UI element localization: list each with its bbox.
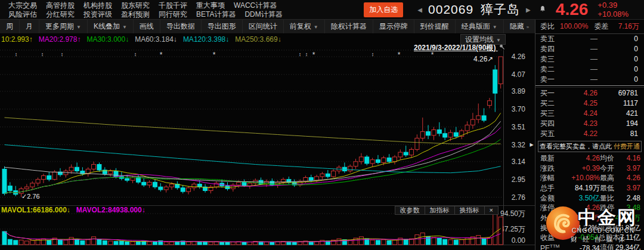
ask-volume: 0 [597, 75, 638, 85]
bid-volume: 194 [597, 119, 638, 129]
toolbar-button-更多周期[interactable]: 更多周期▼ [39, 20, 88, 33]
volume-axis-tick: 94.50万 [500, 209, 525, 218]
menu-item[interactable]: 大宗交易 [8, 1, 37, 10]
change-value: +0.39 [597, 1, 628, 10]
toolbar-button-导出图形[interactable]: 导出图形 [202, 20, 243, 33]
ask-row[interactable]: 卖一—0 [535, 75, 644, 85]
weibi-row: 委比 100.00% 委差 7.16万 [535, 20, 644, 34]
layout-select[interactable]: 经典版面▼ [456, 20, 504, 33]
ask-price: — [562, 44, 597, 54]
ask-volume: 0 [597, 34, 638, 44]
bid-volume: 1117 [597, 98, 638, 109]
bid-price: 4.23 [562, 119, 597, 129]
menu-item[interactable]: 机构持股 [83, 1, 112, 10]
bid-levels: 买一4.2669781买二4.251117买三4.24421买四4.23194买… [535, 88, 644, 139]
ask-label: 卖一 [540, 75, 562, 85]
menu-item[interactable]: 投资评级 [83, 10, 112, 19]
change-percent: +10.08% [597, 10, 628, 18]
stat-label: 涨跌 [540, 163, 555, 174]
menu-item[interactable]: BETA计算器 [196, 10, 236, 19]
menu-item[interactable]: 高管持股 [46, 1, 75, 10]
stat-label-sup: TTM [550, 243, 559, 249]
add-watchlist-button[interactable]: 加入自选 [364, 2, 403, 17]
menu-row-2: 风险评估分红研究投资评级盈利预测同行研究BETA计算器DDM计算器 [8, 10, 292, 19]
stat-cell-均价: 均价4.16 [600, 153, 640, 163]
announcement-marker-icon: * [431, 51, 434, 59]
bid-row[interactable]: 买二4.251117 [535, 98, 644, 109]
stat-cell-金额: 金额3.50亿 [540, 193, 600, 203]
toolbar-button-导出数据[interactable]: 导出数据 [160, 20, 202, 33]
next-stock-arrow-icon[interactable]: ▶ [526, 7, 531, 13]
bid-row[interactable]: 买五4.2281 [535, 129, 644, 139]
ask-price: — [562, 54, 597, 64]
toolbar-button-周[interactable]: 周 [0, 20, 20, 33]
price-axis-tick: 2.95 [512, 175, 526, 184]
toolbar-button-前复权[interactable]: 前复权▼ [284, 20, 325, 33]
weibi-value: 100.00% [560, 20, 588, 33]
stat-value: 43.05万 [575, 213, 600, 223]
ask-volume: 0 [597, 44, 638, 54]
stat-value: 7.11亿 [620, 233, 640, 243]
toolbar-button-label: 导出数据 [166, 22, 195, 30]
toolbar-button-月[interactable]: 月 [20, 20, 39, 33]
menu-item[interactable]: WACC计算器 [234, 1, 277, 10]
ask-label: 卖二 [540, 64, 562, 75]
stat-cell-PE: PETTM-78.34 [540, 243, 600, 250]
menu-item[interactable]: 股东研究 [121, 1, 150, 10]
panel-expand-handle[interactable]: ▶ [528, 141, 535, 149]
menu-item[interactable]: 重大事项 [196, 1, 225, 10]
ask-row[interactable]: 卖三—0 [535, 54, 644, 64]
mavol-labels: MAVOL1:66186.000↓MAVOL2:84938.000↓ [0, 206, 151, 214]
stat-value: 4.16 [627, 154, 640, 162]
stat-cell-跌停: 跌停3.48 [600, 203, 640, 213]
menu-item[interactable]: 同行研究 [159, 10, 187, 19]
menu-item[interactable]: 盈利预测 [121, 10, 150, 19]
toolbar-button-label: 更多周期 [45, 22, 74, 30]
prev-stock-arrow-icon[interactable]: ◀ [417, 7, 422, 13]
stat-value: 4.26 [586, 203, 600, 212]
toolbar-button-画线[interactable]: 画线 [134, 20, 160, 33]
indicator-button-加指标[interactable]: 加指标 [425, 206, 455, 215]
mavol-value-label: MAVOL2:84938.000↓ [76, 206, 145, 214]
ask-row[interactable]: 卖四—0 [535, 44, 644, 54]
menu-item[interactable]: 分红研究 [46, 10, 75, 19]
toolbar-button-label: 月 [26, 22, 33, 30]
dividend-marker-icon: ↕ [134, 51, 137, 57]
stat-label: 流通股 [598, 223, 620, 233]
ask-row[interactable]: 卖二—0 [535, 64, 644, 75]
menu-item[interactable]: 千股千评 [159, 1, 187, 10]
indicator-button-换指标[interactable]: 换指标 [455, 206, 485, 215]
menu-item[interactable]: 风险评估 [8, 10, 37, 19]
toolbar-button-到价提醒[interactable]: 到价提醒 [414, 20, 456, 33]
bid-row[interactable]: 买一4.2669781 [535, 88, 644, 98]
bid-row[interactable]: 买三4.24421 [535, 109, 644, 119]
announcement-marker-icon: * [312, 51, 315, 59]
hide-panel-button[interactable]: 隐藏» [504, 20, 535, 33]
stat-value: 3.48 [627, 203, 640, 212]
bid-label: 买三 [540, 109, 562, 119]
menu-item[interactable]: DDM计算器 [244, 10, 282, 19]
stat-cell-涨跌: 涨跌+0.39 [540, 163, 600, 174]
toolbar-button-label: 画线 [140, 22, 154, 30]
chevron-down-icon: ▼ [314, 24, 318, 30]
full-orderbook-notice[interactable]: 查看完整买卖盘，请点此付费开通 [538, 141, 642, 152]
ask-row[interactable]: 卖五—0 [535, 34, 644, 44]
ask-label: 卖四 [540, 44, 562, 54]
close-indicator-button[interactable]: × [485, 206, 499, 215]
toolbar-button-K线叠加[interactable]: K线叠加▼ [88, 20, 134, 33]
stat-cell-内盘: 内盘41.14万 [600, 213, 640, 223]
price-axis-tick: 4.26 [512, 53, 526, 61]
toolbar-button-显示停牌[interactable]: 显示停牌 [373, 20, 414, 33]
pay-unlock-link[interactable]: 付费开通 [614, 143, 640, 150]
toolbar-button-区间统计[interactable]: 区间统计 [243, 20, 284, 33]
toolbar-button-除权计算器[interactable]: 除权计算器 [325, 20, 373, 33]
kline-chart[interactable]: 4.264.073.893.703.513.323.142.952.7694.5… [0, 33, 535, 250]
price-axis-tick: 3.32 [512, 141, 526, 149]
dividend-marker-icon: ↕ [299, 51, 302, 57]
bid-row[interactable]: 买四4.23194 [535, 119, 644, 129]
alert-bell-icon[interactable] [539, 5, 546, 14]
weicha-label: 委差 [594, 20, 608, 33]
indicator-button-改参数[interactable]: 改参数 [395, 206, 425, 215]
stat-label: 收益TTM [540, 233, 564, 243]
stat-cell-涨幅: 涨幅+10.08% [540, 173, 600, 183]
